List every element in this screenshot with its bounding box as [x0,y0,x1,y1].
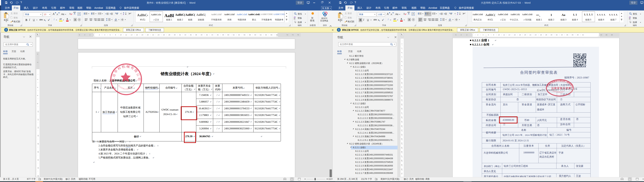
svg-text:2102812123××××: 2102812123×××× [118,83,136,90]
svg-text:A: A [116,12,118,15]
svg-text:A: A [450,12,452,15]
